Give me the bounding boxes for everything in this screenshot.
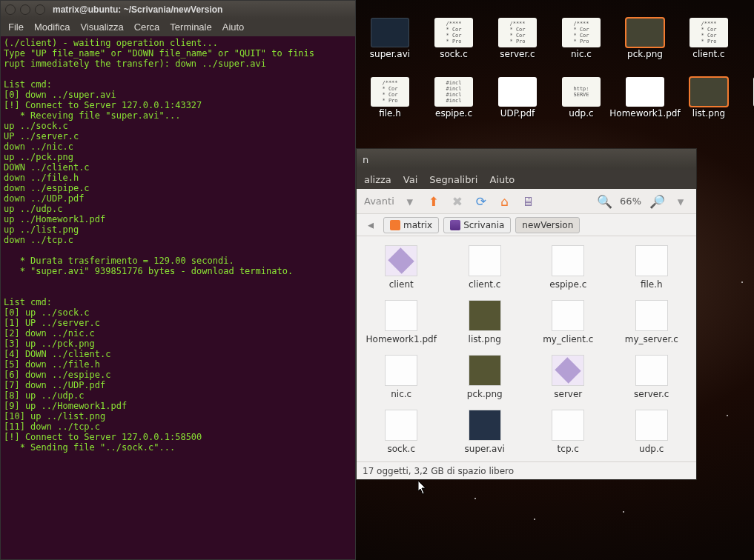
- file-item[interactable]: sock.c: [361, 407, 442, 457]
- fm-toolbar: Avanti ▾ ⬆ ✖ ⟳ ⌂ 🖥 🔍 66% 🔎 ▾: [357, 189, 696, 214]
- file-label: my_client.c: [543, 334, 593, 344]
- file-item[interactable]: tcp.c: [528, 407, 609, 457]
- window-close-icon[interactable]: [5, 4, 16, 15]
- fm-menu-item[interactable]: alizza: [364, 174, 391, 185]
- mouse-cursor-icon: [418, 481, 429, 496]
- reload-icon[interactable]: ⟳: [473, 193, 489, 210]
- up-arrow-icon[interactable]: ⬆: [426, 193, 442, 210]
- file-label: sock.c: [387, 444, 415, 454]
- desktop-icon-label: Homework1.pdf: [609, 108, 680, 119]
- terminal-menu-item[interactable]: Modifica: [34, 22, 70, 33]
- terminal-menu-item[interactable]: Aiuto: [222, 22, 245, 33]
- terminal-menu-item[interactable]: File: [8, 22, 24, 33]
- file-icon: [635, 410, 668, 441]
- file-icon: [385, 300, 417, 331]
- file-icon: [469, 245, 501, 276]
- fm-title-suffix: n: [363, 154, 368, 165]
- desktop-icon[interactable]: #incl #incl #incl #inclespipe.c: [427, 77, 480, 119]
- file-label: super.avi: [465, 444, 505, 454]
- terminal-menu-item[interactable]: Terminale: [170, 22, 211, 33]
- file-icon: [689, 77, 728, 107]
- fm-menu-item[interactable]: Segnalibri: [429, 174, 477, 185]
- file-item[interactable]: my_server.c: [612, 297, 692, 347]
- desktop-icon[interactable]: UDP.pdf: [491, 77, 544, 119]
- file-item[interactable]: udp.c: [612, 407, 692, 457]
- zoom-level: 66%: [620, 196, 641, 207]
- zoom-out-icon[interactable]: 🔍: [596, 193, 612, 210]
- fm-menu-item[interactable]: Aiuto: [489, 174, 515, 185]
- desktop-icon-label: pck.png: [627, 49, 663, 59]
- file-item[interactable]: client.c: [445, 242, 526, 293]
- file-icon: [635, 300, 668, 331]
- fm-file-area[interactable]: clientclient.cespipe.cfile.hHomework1.pd…: [357, 236, 696, 461]
- file-icon: [552, 355, 584, 386]
- desktop-row-2: /**** * Cor * Cor * Profile.h#incl #incl…: [363, 77, 754, 119]
- desktop-icon[interactable]: #incl #incl #incl #incltcp.c: [746, 77, 754, 119]
- file-icon: [385, 355, 417, 386]
- desktop-icon[interactable]: Homework1.pdf: [618, 77, 672, 119]
- file-label: client: [389, 279, 414, 290]
- desktop-icon[interactable]: super.avi: [363, 18, 417, 59]
- terminal-title: matrix@ubuntu: ~/Scrivania/newVersion: [53, 4, 222, 15]
- terminal-menu-item[interactable]: Cerca: [134, 22, 160, 33]
- desktop-icon[interactable]: /**** * Cor * Cor * Profile.h: [363, 77, 417, 119]
- desktop-icon[interactable]: /**** * Cor * Cor * Proserver.c: [491, 18, 544, 59]
- terminal-menu-item[interactable]: Visualizza: [80, 22, 123, 33]
- path-button-home[interactable]: matrix: [383, 217, 439, 233]
- path-button-desktop[interactable]: Scrivania: [443, 217, 511, 233]
- file-icon: [498, 77, 537, 107]
- window-max-icon[interactable]: [35, 4, 45, 15]
- file-item[interactable]: my_client.c: [528, 297, 609, 347]
- fm-menu-item[interactable]: Vai: [403, 174, 417, 185]
- file-icon: [469, 300, 501, 331]
- zoom-in-icon[interactable]: 🔎: [649, 193, 665, 210]
- computer-icon[interactable]: 🖥: [520, 193, 537, 210]
- desktop-icon[interactable]: /**** * Cor * Cor * Proclient.c: [682, 18, 735, 59]
- file-label: my_server.c: [625, 334, 678, 344]
- chevron-down-icon[interactable]: ▾: [672, 193, 689, 210]
- file-item[interactable]: Homework1.pdf: [361, 297, 442, 347]
- desktop-icon-label: super.avi: [370, 49, 410, 59]
- file-icon: /**** * Cor * Cor * Pro: [498, 18, 537, 47]
- desktop-icon-label: server.c: [500, 49, 535, 59]
- file-icon: [626, 18, 664, 47]
- fm-titlebar[interactable]: n: [357, 149, 696, 170]
- file-item[interactable]: list.png: [445, 297, 526, 347]
- file-item[interactable]: super.avi: [445, 407, 526, 457]
- file-icon: #incl #incl #incl #incl: [434, 77, 473, 107]
- file-item[interactable]: client: [361, 242, 442, 293]
- file-item[interactable]: espipe.c: [528, 242, 609, 293]
- desktop-icon-label: nic.c: [571, 49, 592, 59]
- file-icon: /**** * Cor * Cor * Pro: [689, 18, 728, 47]
- desktop-icon[interactable]: /**** * Cor * Cor * Pronic.c: [555, 18, 608, 59]
- file-icon: /**** * Cor * Cor * Pro: [434, 18, 473, 47]
- desktop-icon[interactable]: list.png: [682, 77, 735, 119]
- window-min-icon[interactable]: [20, 4, 30, 15]
- desktop-icon[interactable]: pck.png: [618, 18, 672, 59]
- file-label: nic.c: [391, 389, 411, 399]
- chevron-down-icon[interactable]: ▾: [402, 193, 418, 210]
- file-icon: [626, 77, 664, 107]
- file-label: pck.png: [467, 389, 503, 399]
- terminal-content[interactable]: (./client) - waiting operation client...…: [1, 36, 355, 454]
- home-icon[interactable]: ⌂: [497, 193, 513, 210]
- desktop-icon[interactable]: http: SERVEudp.c: [555, 77, 608, 119]
- stop-icon[interactable]: ✖: [449, 193, 466, 210]
- file-icon: [635, 245, 668, 276]
- file-label: server: [554, 389, 582, 399]
- file-item[interactable]: nic.c: [361, 352, 442, 402]
- path-back-icon[interactable]: ◂: [363, 218, 379, 232]
- path-button-current[interactable]: newVersion: [515, 217, 580, 233]
- file-item[interactable]: server: [528, 352, 609, 402]
- desktop-icon-label: UDP.pdf: [500, 108, 535, 119]
- file-item[interactable]: pck.png: [445, 352, 526, 402]
- file-item[interactable]: file.h: [612, 242, 692, 293]
- fm-forward-label[interactable]: Avanti: [364, 196, 394, 207]
- desktop-icon-label: file.h: [379, 108, 401, 119]
- desktop-icon-label: espipe.c: [435, 108, 472, 119]
- file-label: tcp.c: [558, 444, 579, 454]
- desktop-icon[interactable]: /**** * Cor * Cor * Prosock.c: [427, 18, 480, 59]
- terminal-window: matrix@ubuntu: ~/Scrivania/newVersion Fi…: [0, 0, 356, 560]
- file-item[interactable]: server.c: [612, 352, 692, 402]
- terminal-titlebar[interactable]: matrix@ubuntu: ~/Scrivania/newVersion: [1, 1, 355, 19]
